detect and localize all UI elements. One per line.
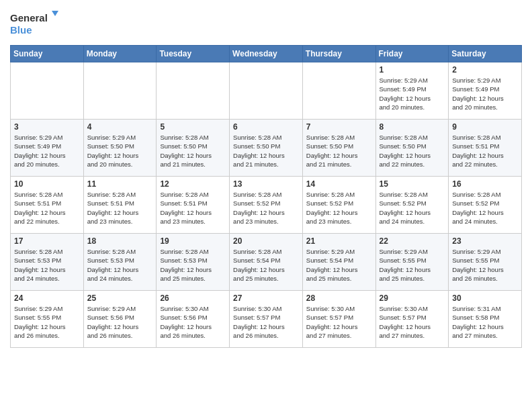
day-number: 28 (306, 293, 372, 303)
svg-text:General: General (10, 12, 48, 24)
day-number: 16 (452, 179, 518, 189)
day-number: 27 (233, 293, 299, 303)
weekday-header: Thursday (302, 46, 375, 62)
calendar-cell: 27Sunrise: 5:30 AM Sunset: 5:57 PM Dayli… (230, 291, 303, 348)
day-number: 20 (233, 236, 299, 246)
day-number: 10 (14, 179, 80, 189)
day-info: Sunrise: 5:28 AM Sunset: 5:54 PM Dayligh… (233, 247, 299, 283)
day-info: Sunrise: 5:29 AM Sunset: 5:55 PM Dayligh… (380, 247, 445, 283)
calendar-cell: 11Sunrise: 5:28 AM Sunset: 5:51 PM Dayli… (83, 177, 157, 234)
day-info: Sunrise: 5:28 AM Sunset: 5:53 PM Dayligh… (160, 247, 226, 283)
day-number: 3 (14, 122, 80, 132)
calendar-table: SundayMondayTuesdayWednesdayThursdayFrid… (10, 45, 522, 348)
calendar-cell: 18Sunrise: 5:28 AM Sunset: 5:53 PM Dayli… (83, 234, 157, 291)
day-number: 15 (380, 179, 445, 189)
header: General Blue (10, 7, 522, 40)
calendar-cell: 13Sunrise: 5:28 AM Sunset: 5:52 PM Dayli… (230, 177, 303, 234)
day-number: 24 (14, 293, 80, 303)
day-info: Sunrise: 5:30 AM Sunset: 5:57 PM Dayligh… (380, 304, 445, 340)
logo: General Blue (10, 9, 64, 40)
day-number: 6 (233, 122, 299, 132)
day-info: Sunrise: 5:28 AM Sunset: 5:51 PM Dayligh… (14, 190, 80, 226)
calendar-cell: 8Sunrise: 5:28 AM Sunset: 5:50 PM Daylig… (375, 120, 449, 177)
day-info: Sunrise: 5:30 AM Sunset: 5:57 PM Dayligh… (233, 304, 299, 340)
calendar-header-row: SundayMondayTuesdayWednesdayThursdayFrid… (11, 46, 522, 62)
day-info: Sunrise: 5:31 AM Sunset: 5:58 PM Dayligh… (452, 304, 518, 340)
day-info: Sunrise: 5:28 AM Sunset: 5:52 PM Dayligh… (380, 190, 445, 226)
calendar-cell: 10Sunrise: 5:28 AM Sunset: 5:51 PM Dayli… (11, 177, 84, 234)
day-number: 30 (452, 293, 518, 303)
day-info: Sunrise: 5:28 AM Sunset: 5:51 PM Dayligh… (452, 133, 518, 169)
calendar-cell: 19Sunrise: 5:28 AM Sunset: 5:53 PM Dayli… (157, 234, 230, 291)
svg-text:Blue: Blue (10, 24, 32, 36)
calendar-cell: 7Sunrise: 5:28 AM Sunset: 5:50 PM Daylig… (302, 120, 375, 177)
svg-marker-2 (52, 11, 58, 16)
day-number: 22 (380, 236, 445, 246)
weekday-header: Saturday (449, 46, 522, 62)
day-info: Sunrise: 5:29 AM Sunset: 5:49 PM Dayligh… (452, 76, 518, 111)
day-number: 5 (160, 122, 226, 132)
calendar-cell: 5Sunrise: 5:28 AM Sunset: 5:50 PM Daylig… (157, 120, 230, 177)
day-number: 8 (380, 122, 445, 132)
calendar-cell (230, 62, 303, 120)
calendar-cell: 22Sunrise: 5:29 AM Sunset: 5:55 PM Dayli… (375, 234, 449, 291)
weekday-header: Monday (83, 46, 157, 62)
day-number: 13 (233, 179, 299, 189)
calendar-cell (302, 62, 375, 120)
day-info: Sunrise: 5:28 AM Sunset: 5:50 PM Dayligh… (233, 133, 299, 169)
calendar-cell: 17Sunrise: 5:28 AM Sunset: 5:53 PM Dayli… (11, 234, 84, 291)
day-number: 1 (380, 65, 445, 75)
day-number: 21 (306, 236, 372, 246)
calendar-cell (83, 62, 157, 120)
day-info: Sunrise: 5:28 AM Sunset: 5:50 PM Dayligh… (380, 133, 445, 169)
day-info: Sunrise: 5:28 AM Sunset: 5:52 PM Dayligh… (452, 190, 518, 226)
day-number: 25 (87, 293, 153, 303)
day-number: 14 (306, 179, 372, 189)
day-info: Sunrise: 5:28 AM Sunset: 5:50 PM Dayligh… (306, 133, 372, 169)
day-info: Sunrise: 5:28 AM Sunset: 5:53 PM Dayligh… (87, 247, 153, 283)
day-info: Sunrise: 5:29 AM Sunset: 5:55 PM Dayligh… (452, 247, 518, 283)
day-info: Sunrise: 5:29 AM Sunset: 5:49 PM Dayligh… (380, 76, 445, 111)
day-info: Sunrise: 5:29 AM Sunset: 5:49 PM Dayligh… (14, 133, 80, 169)
calendar-week-row: 24Sunrise: 5:29 AM Sunset: 5:55 PM Dayli… (11, 291, 522, 348)
day-number: 4 (87, 122, 153, 132)
calendar-cell: 25Sunrise: 5:29 AM Sunset: 5:56 PM Dayli… (83, 291, 157, 348)
calendar-cell: 4Sunrise: 5:29 AM Sunset: 5:50 PM Daylig… (83, 120, 157, 177)
weekday-header: Tuesday (157, 46, 230, 62)
calendar-cell: 30Sunrise: 5:31 AM Sunset: 5:58 PM Dayli… (449, 291, 522, 348)
calendar-week-row: 1Sunrise: 5:29 AM Sunset: 5:49 PM Daylig… (11, 62, 522, 120)
day-info: Sunrise: 5:30 AM Sunset: 5:56 PM Dayligh… (160, 304, 226, 340)
day-number: 12 (160, 179, 226, 189)
calendar-cell (11, 62, 84, 120)
day-info: Sunrise: 5:28 AM Sunset: 5:52 PM Dayligh… (233, 190, 299, 226)
calendar-cell: 21Sunrise: 5:29 AM Sunset: 5:54 PM Dayli… (302, 234, 375, 291)
calendar-cell: 16Sunrise: 5:28 AM Sunset: 5:52 PM Dayli… (449, 177, 522, 234)
day-number: 26 (160, 293, 226, 303)
day-info: Sunrise: 5:29 AM Sunset: 5:54 PM Dayligh… (306, 247, 372, 283)
day-number: 29 (380, 293, 445, 303)
page: General Blue SundayMondayTuesdayWednesda… (0, 0, 532, 411)
calendar-cell: 14Sunrise: 5:28 AM Sunset: 5:52 PM Dayli… (302, 177, 375, 234)
calendar-cell: 2Sunrise: 5:29 AM Sunset: 5:49 PM Daylig… (449, 62, 522, 120)
day-number: 18 (87, 236, 153, 246)
day-info: Sunrise: 5:30 AM Sunset: 5:57 PM Dayligh… (306, 304, 372, 340)
calendar-week-row: 10Sunrise: 5:28 AM Sunset: 5:51 PM Dayli… (11, 177, 522, 234)
day-info: Sunrise: 5:29 AM Sunset: 5:56 PM Dayligh… (87, 304, 153, 340)
calendar-cell: 6Sunrise: 5:28 AM Sunset: 5:50 PM Daylig… (230, 120, 303, 177)
day-info: Sunrise: 5:28 AM Sunset: 5:51 PM Dayligh… (87, 190, 153, 226)
calendar-cell: 20Sunrise: 5:28 AM Sunset: 5:54 PM Dayli… (230, 234, 303, 291)
day-number: 7 (306, 122, 372, 132)
day-info: Sunrise: 5:29 AM Sunset: 5:50 PM Dayligh… (87, 133, 153, 169)
calendar-cell: 26Sunrise: 5:30 AM Sunset: 5:56 PM Dayli… (157, 291, 230, 348)
day-info: Sunrise: 5:29 AM Sunset: 5:55 PM Dayligh… (14, 304, 80, 340)
calendar-week-row: 3Sunrise: 5:29 AM Sunset: 5:49 PM Daylig… (11, 120, 522, 177)
weekday-header: Sunday (11, 46, 84, 62)
day-number: 9 (452, 122, 518, 132)
day-number: 11 (87, 179, 153, 189)
day-info: Sunrise: 5:28 AM Sunset: 5:53 PM Dayligh… (14, 247, 80, 283)
calendar-cell: 24Sunrise: 5:29 AM Sunset: 5:55 PM Dayli… (11, 291, 84, 348)
day-number: 23 (452, 236, 518, 246)
calendar-cell (157, 62, 230, 120)
calendar-cell: 28Sunrise: 5:30 AM Sunset: 5:57 PM Dayli… (302, 291, 375, 348)
calendar-week-row: 17Sunrise: 5:28 AM Sunset: 5:53 PM Dayli… (11, 234, 522, 291)
